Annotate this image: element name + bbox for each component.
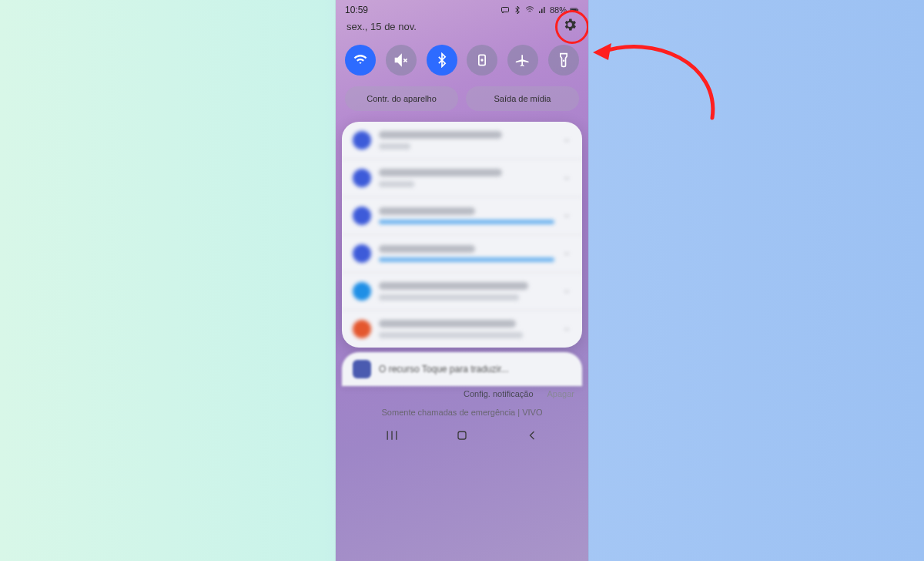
battery-icon xyxy=(570,5,579,15)
cast-icon xyxy=(500,5,510,15)
notification-app-icon xyxy=(353,169,371,187)
notification-title xyxy=(379,245,475,253)
chevron-down-icon[interactable] xyxy=(562,287,571,296)
notification-progress xyxy=(379,257,554,262)
tutorial-stage: 10:59 88% sex., 15 de nov. xyxy=(0,0,924,561)
gear-icon xyxy=(562,17,578,32)
annotation-arrow xyxy=(585,37,739,129)
toggle-rotation[interactable] xyxy=(467,45,497,76)
notification-title xyxy=(379,207,475,215)
recents-button[interactable] xyxy=(384,428,400,443)
notification-subtitle xyxy=(379,294,519,301)
notification-subtitle xyxy=(379,332,523,338)
clear-all-button[interactable]: Apagar xyxy=(547,389,574,398)
panel-header: sex., 15 de nov. xyxy=(336,17,588,39)
status-bar: 10:59 88% xyxy=(336,0,588,17)
svg-point-7 xyxy=(563,60,565,62)
notification-app-icon xyxy=(353,320,371,338)
settings-button[interactable] xyxy=(562,17,578,35)
android-navbar xyxy=(336,423,588,449)
notification-body xyxy=(379,131,554,149)
emergency-calls-label: Somente chamadas de emergência | VIVO xyxy=(336,400,588,423)
wifi-mini-icon xyxy=(525,5,534,15)
notification-title xyxy=(379,282,528,290)
panel-date: sex., 15 de nov. xyxy=(346,21,417,32)
notification-footer: Config. notificação Apagar xyxy=(336,386,588,400)
toggle-wifi[interactable] xyxy=(345,45,376,76)
back-button[interactable] xyxy=(524,428,540,443)
mute-icon xyxy=(393,52,409,68)
notification-settings-link[interactable]: Config. notificação xyxy=(464,389,534,398)
notification-body xyxy=(379,320,554,338)
toggle-airplane[interactable] xyxy=(507,45,538,76)
chevron-down-icon[interactable] xyxy=(562,324,571,334)
toggle-bluetooth[interactable] xyxy=(427,45,457,76)
status-icons: 88% xyxy=(500,5,579,15)
chevron-down-icon[interactable] xyxy=(562,173,571,183)
chevron-down-icon[interactable] xyxy=(562,211,571,220)
svg-rect-0 xyxy=(501,8,508,12)
notification-list[interactable] xyxy=(342,122,582,348)
chevron-down-icon[interactable] xyxy=(562,136,571,145)
notification-item[interactable] xyxy=(342,197,582,235)
notification-item[interactable] xyxy=(342,160,582,197)
notification-body xyxy=(379,207,554,224)
translate-icon xyxy=(353,360,371,378)
media-output-pill[interactable]: Saída de mídia xyxy=(466,86,579,111)
notification-subtitle xyxy=(379,143,410,149)
svg-point-6 xyxy=(481,59,484,61)
notification-title xyxy=(379,169,502,176)
battery-percent: 88% xyxy=(550,5,567,15)
notification-app-icon xyxy=(353,131,371,149)
notification-peek[interactable]: O recurso Toque para traduzir... xyxy=(342,352,582,386)
toggle-flashlight[interactable] xyxy=(548,45,579,76)
quick-settings-row xyxy=(336,39,588,82)
notification-body xyxy=(379,169,554,187)
notification-item[interactable] xyxy=(342,311,582,348)
rotation-lock-icon xyxy=(474,52,490,68)
notification-peek-text: O recurso Toque para traduzir... xyxy=(379,364,509,375)
home-button[interactable] xyxy=(454,428,470,443)
notification-body xyxy=(379,282,554,301)
notification-app-icon xyxy=(353,282,371,301)
wifi-icon xyxy=(353,52,368,68)
svg-rect-3 xyxy=(571,9,576,12)
notification-item[interactable] xyxy=(342,235,582,273)
notification-body xyxy=(379,245,554,262)
notification-title xyxy=(379,320,516,328)
svg-rect-4 xyxy=(578,9,578,11)
svg-point-1 xyxy=(502,12,504,13)
toggle-sound[interactable] xyxy=(386,45,417,76)
notification-item[interactable] xyxy=(342,122,582,160)
bluetooth-mini-icon xyxy=(513,5,522,15)
notification-app-icon xyxy=(353,244,371,263)
quick-pills-row: Contr. do aparelho Saída de mídia xyxy=(336,82,588,122)
svg-rect-8 xyxy=(458,432,466,439)
notification-title xyxy=(379,131,502,139)
notification-item[interactable] xyxy=(342,273,582,311)
clock: 10:59 xyxy=(345,5,368,15)
device-control-pill[interactable]: Contr. do aparelho xyxy=(345,86,458,111)
phone-frame: 10:59 88% sex., 15 de nov. xyxy=(336,0,588,561)
signal-icon xyxy=(537,5,547,15)
notification-app-icon xyxy=(353,207,371,225)
chevron-down-icon[interactable] xyxy=(562,249,571,258)
notification-subtitle xyxy=(379,181,414,187)
bluetooth-icon xyxy=(434,52,450,68)
flashlight-icon xyxy=(556,52,571,68)
notification-progress xyxy=(379,220,554,224)
airplane-icon xyxy=(515,52,531,68)
